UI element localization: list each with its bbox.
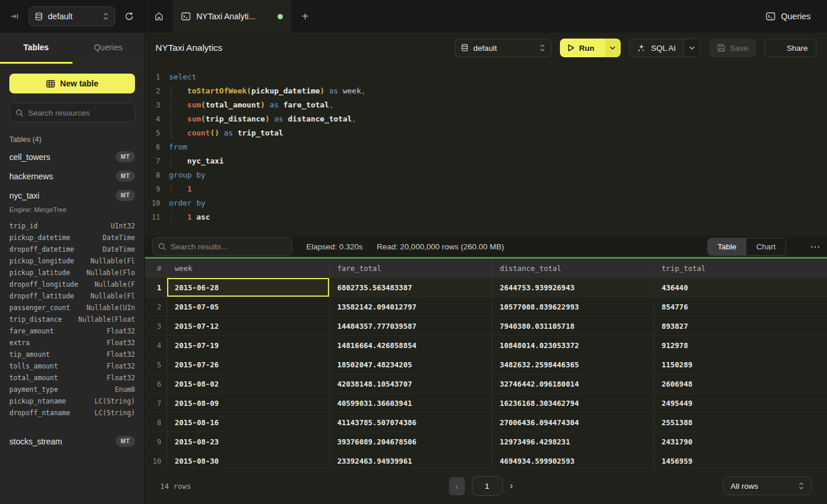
table-cell[interactable]: 2015-07-19	[167, 336, 330, 354]
header-cell-week[interactable]: week	[167, 259, 330, 278]
sql-ai-button[interactable]: SQL AI	[629, 39, 683, 57]
results-search-input[interactable]	[171, 242, 286, 251]
table-cell[interactable]: 2015-08-30	[167, 451, 330, 467]
header-cell-fare_total[interactable]: fare_total	[330, 259, 492, 278]
table-cell[interactable]: 893827	[654, 317, 827, 335]
editor-line[interactable]: 9 1	[145, 182, 827, 196]
queries-link[interactable]: Queries	[766, 12, 811, 21]
editor-line[interactable]: 10order by	[145, 196, 827, 210]
table-cell[interactable]: 14816664.426858854	[330, 336, 492, 354]
editor-line[interactable]: 1select	[145, 70, 827, 84]
editor-line[interactable]: 3 sum(total_amount) as fare_total,	[145, 98, 827, 112]
table-cell[interactable]: 2495449	[654, 394, 827, 412]
table-cell[interactable]: 2015-08-23	[167, 432, 330, 451]
table-row[interactable]: 22015-07-0513582142.09401279710577008.83…	[145, 297, 827, 317]
table-cell[interactable]: 23392463.94939961	[330, 451, 492, 467]
sidebar-tab-tables[interactable]: Tables	[0, 33, 72, 64]
table-cell[interactable]: 854776	[654, 297, 827, 316]
table-cell[interactable]: 14484357.777039587	[330, 317, 492, 335]
header-cell-trip_total[interactable]: trip_total	[654, 259, 827, 278]
table-cell[interactable]: 10848014.023053372	[492, 336, 654, 354]
run-options-button[interactable]	[605, 39, 621, 57]
table-cell[interactable]: 7940380.031105718	[492, 317, 654, 335]
table-cell[interactable]: 12973496.4298231	[492, 432, 654, 451]
editor-line[interactable]: 5 count() as trip_total	[145, 126, 827, 140]
table-cell[interactable]: 2431790	[654, 432, 827, 451]
table-cell[interactable]: 2015-08-02	[167, 374, 330, 393]
sql-ai-options-button[interactable]	[683, 39, 700, 57]
table-cell[interactable]: 1150289	[654, 355, 827, 374]
table-row[interactable]: 62015-08-0242038148.1054370732746442.096…	[145, 374, 827, 394]
table-row[interactable]: 92015-08-2339376089.20467850612973496.42…	[145, 432, 827, 451]
editor-line[interactable]: 7 nyc_taxi	[145, 154, 827, 168]
sidebar-table-item-stocks_stream[interactable]: stocks_streamMT	[0, 432, 144, 451]
table-cell[interactable]: 6802735.563483387	[330, 278, 492, 297]
table-cell[interactable]: 2015-07-12	[167, 317, 330, 335]
sql-editor[interactable]: 1select2 toStartOfWeek(pickup_datetime) …	[145, 63, 827, 236]
table-cell[interactable]: 41143785.507074386	[330, 413, 492, 432]
editor-line[interactable]: 11 1 asc	[145, 210, 827, 224]
table-cell[interactable]: 40599031.36603941	[330, 394, 492, 412]
new-tab-button[interactable]: +	[291, 0, 319, 33]
editor-line[interactable]: 8group by	[145, 168, 827, 182]
header-cell-distance_total[interactable]: distance_total	[492, 259, 654, 278]
table-cell[interactable]: 912978	[654, 336, 827, 354]
more-options-button[interactable]: ⋯	[800, 241, 820, 253]
table-cell[interactable]: 13582142.094012797	[330, 297, 492, 316]
column-type: Nullable(Fl	[91, 255, 135, 267]
table-cell[interactable]: 2015-07-05	[167, 297, 330, 316]
table-row[interactable]: 12015-06-286802735.5634833872644753.9399…	[145, 278, 827, 297]
home-button[interactable]	[145, 0, 173, 33]
table-cell[interactable]: 42038148.10543707	[330, 374, 492, 393]
sidebar-table-item-cell_towers[interactable]: cell_towersMT	[0, 147, 144, 166]
share-button[interactable]: Share	[764, 39, 816, 57]
sidebar-table-item-hackernews[interactable]: hackernewsMT	[0, 166, 144, 186]
table-cell[interactable]: 10577008.839622993	[492, 297, 654, 316]
editor-line[interactable]: 6from	[145, 140, 827, 154]
database-selector[interactable]: default	[29, 6, 115, 26]
refresh-button[interactable]	[122, 9, 136, 23]
editor-line[interactable]: 2 toStartOfWeek(pickup_datetime) as week…	[145, 84, 827, 98]
table-row[interactable]: 72015-08-0940599031.3660394116236168.303…	[145, 394, 827, 413]
table-cell[interactable]: 2015-07-26	[167, 355, 330, 374]
table-cell[interactable]: 2015-06-28	[167, 278, 330, 297]
view-tab-chart[interactable]: Chart	[746, 238, 786, 255]
table-cell[interactable]: 2606948	[654, 374, 827, 393]
table-row[interactable]: 102015-08-3023392463.949399614694934.599…	[145, 451, 827, 467]
table-cell[interactable]: 2015-08-16	[167, 413, 330, 432]
view-tab-table[interactable]: Table	[708, 238, 746, 255]
sidebar-search[interactable]	[9, 103, 135, 123]
table-row[interactable]: 82015-08-1641143785.50707438627006436.09…	[145, 413, 827, 432]
table-cell[interactable]: 39376089.204678506	[330, 432, 492, 451]
table-cell[interactable]: 2015-08-09	[167, 394, 330, 412]
page-size-selector[interactable]: All rows	[723, 477, 812, 495]
run-button[interactable]: Run	[560, 39, 605, 57]
sidebar-table-item-nyc_taxi[interactable]: nyc_taxiMT	[0, 186, 144, 205]
table-cell[interactable]: 2551388	[654, 413, 827, 432]
table-row[interactable]: 32015-07-1214484357.7770395877940380.031…	[145, 317, 827, 336]
table-cell[interactable]: 18502047.48234205	[330, 355, 492, 374]
table-row[interactable]: 42015-07-1914816664.42685885410848014.02…	[145, 336, 827, 355]
table-cell[interactable]: 16236168.303462794	[492, 394, 654, 412]
prev-page-button[interactable]: ‹	[449, 477, 465, 495]
next-page-button[interactable]: ›	[510, 480, 513, 492]
new-table-button[interactable]: New table	[9, 74, 135, 93]
results-search[interactable]	[152, 237, 292, 256]
tab-nytaxi-analytics[interactable]: NYTaxi Analyti...	[173, 0, 291, 33]
table-cell[interactable]: 1456959	[654, 451, 827, 467]
table-row[interactable]: 52015-07-2618502047.482342053482632.2598…	[145, 355, 827, 374]
save-button[interactable]: Save	[709, 39, 756, 57]
table-cell[interactable]: 436440	[654, 278, 827, 297]
table-cell[interactable]: 2644753.939926943	[492, 278, 654, 297]
sidebar-search-input[interactable]	[28, 109, 129, 117]
current-page[interactable]: 1	[472, 476, 503, 496]
table-cell[interactable]: 3482632.2598446365	[492, 355, 654, 374]
sidebar-tab-queries[interactable]: Queries	[72, 33, 145, 64]
table-cell[interactable]: 32746442.096180014	[492, 374, 654, 393]
editor-line[interactable]: 4 sum(trip_distance) as distance_total,	[145, 112, 827, 126]
query-database-selector[interactable]: default	[455, 39, 552, 57]
table-cell[interactable]: 27006436.094474304	[492, 413, 654, 432]
chevron-down-icon	[689, 46, 695, 50]
table-cell[interactable]: 4694934.599902593	[492, 451, 654, 467]
collapse-sidebar-button[interactable]	[8, 10, 22, 23]
